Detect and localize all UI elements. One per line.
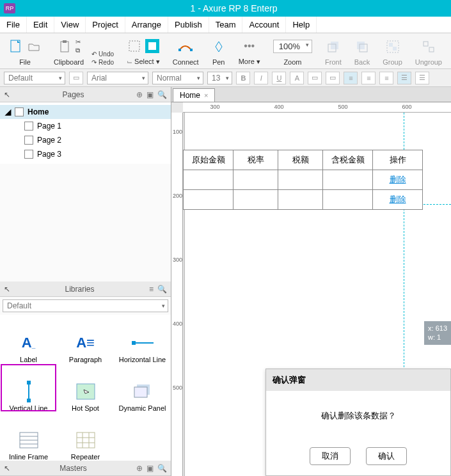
library-grid: A_ Label A≡ Paragraph Horizontal Line Ve… — [0, 315, 171, 461]
search-icon[interactable]: 🔍 — [157, 90, 167, 99]
page-item-3[interactable]: Page 3 — [0, 147, 171, 161]
page-icon — [24, 150, 33, 159]
left-sidebar: ↖ Pages ⊕ ▣ 🔍 ◢ Home Page 1 Page 2 Page … — [0, 87, 171, 476]
vline-icon — [18, 383, 40, 401]
tool-front[interactable]: Front — [319, 35, 348, 67]
menu-account[interactable]: Account — [242, 17, 286, 33]
prototype-table[interactable]: 原始金额 税率 税额 含税金额 操作 删除 — [183, 150, 423, 210]
library-menu-icon[interactable]: ≡ — [149, 285, 154, 294]
cancel-button[interactable]: 取消 — [310, 447, 351, 465]
tool-ungroup-btn[interactable]: Ungroup — [409, 35, 448, 67]
tool-connect[interactable]: Connect — [166, 35, 205, 67]
pages-tree: ◢ Home Page 1 Page 2 Page 3 — [0, 102, 171, 164]
main-toolbar: File ✂ ⧉ Clipboard ↶Undo ↷Redo ⌙ Select … — [0, 33, 451, 69]
tool-zoom[interactable]: 100% Zoom — [267, 35, 319, 67]
folder-icon — [27, 40, 41, 54]
lib-hline[interactable]: Horizontal Line — [114, 315, 171, 363]
add-page-icon[interactable]: ⊕ — [136, 90, 143, 99]
menu-file[interactable]: File — [0, 17, 27, 33]
lib-dynamic-panel[interactable]: Dynamic Panel — [114, 363, 171, 412]
tool-group-btn[interactable]: Group — [376, 35, 409, 67]
valign-mid-button[interactable]: ☰ — [415, 72, 429, 84]
menu-edit[interactable]: Edit — [27, 17, 54, 33]
svg-rect-20 — [27, 381, 31, 385]
style-manage-icon[interactable]: ▭ — [69, 72, 83, 84]
align-center-button[interactable]: ≡ — [361, 72, 376, 84]
add-folder-icon[interactable]: ▣ — [146, 464, 154, 473]
tool-select[interactable]: ⌙ Select ▾ — [120, 35, 166, 67]
pages-panel-header: ↖ Pages ⊕ ▣ 🔍 — [0, 87, 171, 102]
style-preset[interactable]: Default — [4, 72, 65, 84]
lib-inline-frame[interactable]: Inline Frame — [0, 412, 57, 461]
font-color-button[interactable]: A — [290, 72, 304, 84]
pen-icon — [212, 40, 226, 54]
bold-button[interactable]: B — [236, 72, 250, 84]
svg-rect-17 — [132, 341, 136, 345]
collapse-icon[interactable]: ↖ — [4, 90, 10, 99]
add-folder-icon[interactable]: ▣ — [146, 90, 154, 99]
th-tax-rate: 税率 — [233, 150, 278, 170]
table-row: 删除 — [184, 190, 423, 210]
underline-button[interactable]: U — [272, 72, 286, 84]
border-button[interactable]: ▭ — [326, 72, 340, 84]
search-icon[interactable]: 🔍 — [157, 464, 167, 473]
tool-back[interactable]: Back — [348, 35, 376, 67]
fill-button[interactable]: ▭ — [308, 72, 322, 84]
delete-link[interactable]: 删除 — [390, 175, 406, 184]
dynamic-panel-icon — [132, 383, 154, 401]
search-icon[interactable]: 🔍 — [157, 285, 167, 294]
zoom-input[interactable]: 100% — [273, 40, 312, 53]
svg-rect-9 — [357, 42, 365, 49]
close-icon[interactable]: × — [204, 91, 208, 99]
confirm-button[interactable]: 确认 — [366, 447, 407, 465]
menu-team[interactable]: Team — [209, 17, 243, 33]
menu-publish[interactable]: Publish — [168, 17, 209, 33]
library-preset[interactable]: Default — [3, 299, 168, 312]
collapse-icon[interactable]: ↖ — [4, 285, 10, 294]
group-icon — [386, 40, 400, 54]
app-logo: RP — [4, 3, 15, 13]
tool-pen[interactable]: Pen — [205, 35, 232, 67]
align-right-button[interactable]: ≡ — [379, 72, 393, 84]
tool-clipboard[interactable]: ✂ ⧉ Clipboard — [47, 35, 90, 67]
delete-link[interactable]: 删除 — [390, 194, 406, 204]
page-icon — [15, 107, 24, 116]
font-size[interactable]: 13 — [207, 72, 232, 84]
menu-project[interactable]: Project — [86, 17, 125, 33]
lib-paragraph[interactable]: A≡ Paragraph — [57, 315, 114, 363]
confirm-dialog[interactable]: 确认弹窗 确认删除该条数据？ 取消 确认 — [265, 369, 451, 476]
italic-button[interactable]: I — [254, 72, 268, 84]
valign-top-button[interactable]: ☰ — [397, 72, 411, 84]
menu-arrange[interactable]: Arrange — [125, 17, 168, 33]
redo-icon: ↷ — [91, 59, 97, 66]
lib-label[interactable]: A_ Label — [0, 315, 57, 363]
canvas[interactable]: 原始金额 税率 税额 含税金额 操作 删除 — [183, 113, 451, 476]
undo-icon: ↶ — [91, 51, 97, 58]
redo-button[interactable]: ↷Redo — [91, 59, 114, 66]
paragraph-icon: A≡ — [75, 334, 97, 352]
add-master-icon[interactable]: ⊕ — [136, 464, 143, 473]
collapse-icon[interactable]: ↖ — [4, 464, 10, 473]
menu-help[interactable]: Help — [286, 17, 317, 33]
svg-rect-5 — [178, 49, 181, 51]
tool-undo-redo: ↶Undo ↷Redo — [90, 35, 120, 67]
ruler-vertical: 100 200 300 400 500 — [171, 113, 183, 476]
page-item-1[interactable]: Page 1 — [0, 119, 171, 133]
lib-hotspot[interactable]: Hot Spot — [57, 363, 114, 412]
page-home[interactable]: ◢ Home — [0, 105, 171, 119]
tree-caret-icon: ◢ — [5, 107, 11, 116]
font-family[interactable]: Arial — [87, 72, 148, 84]
ruler-horizontal: 300 400 500 600 — [183, 102, 451, 113]
lib-repeater[interactable]: Repeater — [57, 412, 114, 461]
tool-file[interactable]: File — [3, 35, 47, 67]
tool-more[interactable]: ••• More ▾ — [232, 35, 267, 67]
th-total: 含税金额 — [323, 150, 373, 170]
tab-home[interactable]: Home × — [173, 88, 215, 102]
menu-view[interactable]: View — [54, 17, 86, 33]
font-weight[interactable]: Normal — [152, 72, 203, 84]
align-left-button[interactable]: ≡ — [344, 72, 358, 84]
undo-button[interactable]: ↶Undo — [91, 51, 114, 58]
svg-rect-29 — [77, 432, 95, 448]
lib-vline[interactable]: Vertical Line — [0, 363, 57, 412]
page-item-2[interactable]: Page 2 — [0, 133, 171, 147]
